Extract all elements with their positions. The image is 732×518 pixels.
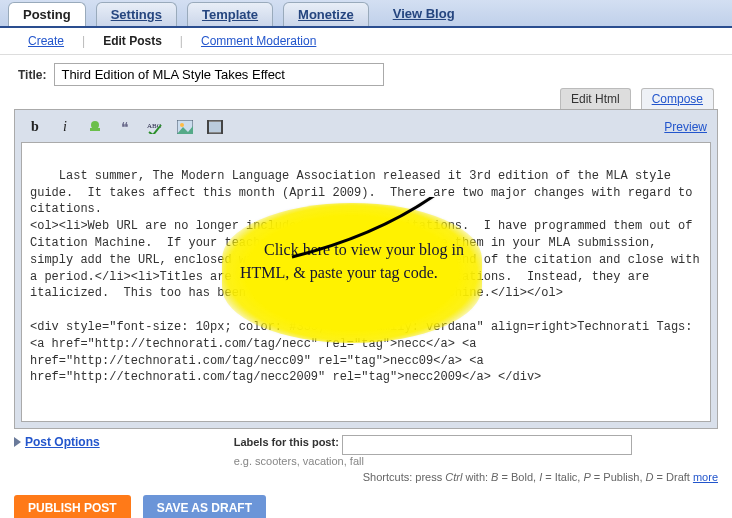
editor-mode-tabs: Edit Html Compose (0, 88, 732, 109)
shortcuts-ctrl: Ctrl (445, 471, 462, 483)
svg-rect-7 (207, 120, 209, 134)
subnav-edit-posts[interactable]: Edit Posts (103, 34, 162, 48)
svg-rect-1 (90, 128, 100, 131)
svg-rect-6 (209, 122, 221, 132)
subnav-comment-moderation[interactable]: Comment Moderation (201, 34, 316, 48)
labels-label: Labels for this post: (234, 436, 339, 448)
editor-toolbar: b i ❝ ABC Preview (21, 116, 711, 142)
tab-template[interactable]: Template (187, 2, 273, 26)
shortcuts-text: = Italic, (542, 471, 583, 483)
italic-button[interactable]: i (55, 118, 75, 136)
title-input[interactable] (54, 63, 384, 86)
preview-link[interactable]: Preview (664, 120, 707, 134)
tab-posting[interactable]: Posting (8, 2, 86, 26)
svg-point-4 (180, 123, 184, 127)
labels-block: Labels for this post: e.g. scooters, vac… (234, 435, 632, 467)
shortcuts-p: P (583, 471, 590, 483)
video-button[interactable] (205, 118, 225, 136)
view-blog-link[interactable]: View Blog (385, 2, 463, 25)
labels-input[interactable] (342, 435, 632, 455)
svg-point-0 (91, 121, 99, 129)
subnav-create[interactable]: Create (28, 34, 64, 48)
editor-text-content: Last summer, The Modern Language Associa… (30, 169, 707, 385)
tab-settings[interactable]: Settings (96, 2, 177, 26)
top-tabbar: Posting Settings Template Monetize View … (0, 0, 732, 28)
bold-button[interactable]: b (25, 118, 45, 136)
title-row: Title: (0, 55, 732, 90)
shortcuts-text: with: (462, 471, 491, 483)
shortcuts-more-link[interactable]: more (693, 471, 718, 483)
shortcuts-text: Shortcuts: press (363, 471, 446, 483)
link-button[interactable] (85, 118, 105, 136)
shortcuts-text: = Draft (654, 471, 693, 483)
tab-monetize[interactable]: Monetize (283, 2, 369, 26)
shortcuts-text: = Bold, (498, 471, 539, 483)
shortcuts-hint: Shortcuts: press Ctrl with: B = Bold, I … (14, 471, 718, 483)
quote-button[interactable]: ❝ (115, 118, 135, 136)
disclosure-triangle-icon (14, 437, 21, 447)
tab-compose[interactable]: Compose (641, 88, 714, 109)
action-buttons: PUBLISH POST SAVE AS DRAFT (0, 491, 732, 518)
separator: | (82, 34, 85, 48)
post-options-toggle[interactable]: Post Options (14, 435, 100, 449)
labels-example: e.g. scooters, vacation, fall (234, 455, 632, 467)
html-editor-textarea[interactable]: Last summer, The Modern Language Associa… (21, 142, 711, 422)
spellcheck-icon: ABC (147, 120, 163, 134)
shortcuts-d: D (646, 471, 654, 483)
separator: | (180, 34, 183, 48)
spellcheck-button[interactable]: ABC (145, 118, 165, 136)
link-icon (87, 120, 103, 134)
posting-subnav: Create | Edit Posts | Comment Moderation (0, 28, 732, 55)
title-label: Title: (18, 68, 46, 82)
image-button[interactable] (175, 118, 195, 136)
tab-edit-html[interactable]: Edit Html (560, 88, 631, 109)
post-footer: Post Options Labels for this post: e.g. … (14, 435, 718, 467)
svg-rect-8 (221, 120, 223, 134)
publish-post-button[interactable]: PUBLISH POST (14, 495, 131, 518)
video-icon (207, 120, 223, 134)
editor-shell: b i ❝ ABC Preview Last summer, The Moder… (14, 109, 718, 429)
image-icon (177, 120, 193, 134)
shortcuts-text: = Publish, (591, 471, 646, 483)
save-as-draft-button[interactable]: SAVE AS DRAFT (143, 495, 266, 518)
post-options-label: Post Options (25, 435, 100, 449)
